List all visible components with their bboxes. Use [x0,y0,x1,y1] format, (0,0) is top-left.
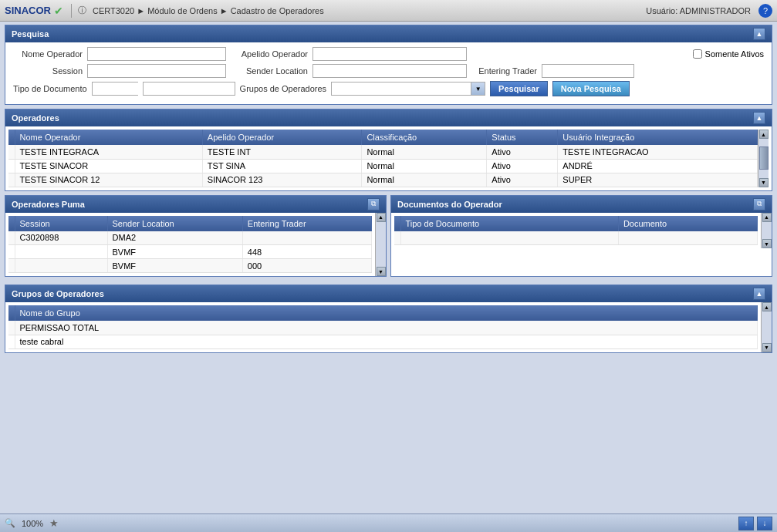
puma-col-entering: Entering Trader [242,216,371,231]
col-status: Status [487,130,558,145]
grupo-nome-1: teste cabral [15,335,758,348]
operators-table-header-row: Nome Operador Apelido Operador Classific… [8,130,758,145]
pesquisar-button[interactable]: Pesquisar [490,81,548,96]
operadores-puma-body: Session Sender Location Entering Trader … [5,213,386,277]
search-row-1: Nome Operador Apelido Operador Somente A… [13,47,764,61]
puma-sender-2: BVMF [107,259,242,273]
grupos-panel: Grupos de Operadores ▲ Nome do Grupo PER… [5,285,772,353]
op-apelido-1: TST SINA [202,159,362,173]
grupo-indicator-1 [8,335,15,348]
operators-row-0[interactable]: TESTE INTEGRACA TESTE INT Normal Ativo T… [8,145,758,159]
puma-row-indicator [8,216,15,231]
puma-row-1[interactable]: BVMF 448 [8,245,372,259]
op-classif-0: Normal [362,145,487,159]
documentos-collapse[interactable]: ⧉ [753,198,765,210]
somente-ativos-wrapper: Somente Ativos [693,49,764,59]
scroll-up-arrow[interactable]: ▲ [759,130,769,139]
status-bar-right: ↑ ↓ [738,517,772,530]
operators-table-inner: Nome Operador Apelido Operador Classific… [8,130,758,187]
puma-table: Session Sender Location Entering Trader … [8,216,372,274]
status-icon-1[interactable]: ↑ [738,517,754,530]
op-status-0: Ativo [487,145,558,159]
grupos-scroll-down[interactable]: ▼ [762,343,772,352]
row-indicator-header [8,130,15,145]
op-classif-2: Normal [362,173,487,187]
operators-row-2[interactable]: TESTE SINACOR 12 SINACOR 123 Normal Ativ… [8,173,758,187]
logo-text: SINACOR [5,5,51,16]
puma-scroll-up[interactable]: ▲ [377,213,386,222]
apelido-operador-input[interactable] [312,47,467,61]
puma-scrollbar[interactable]: ▲ ▼ [375,213,386,277]
puma-row-0[interactable]: C3020898 DMA2 [8,231,372,245]
operators-panel-collapse[interactable]: ▲ [753,112,765,124]
nome-operador-input[interactable] [87,47,226,61]
bottom-panels: Operadores Puma ⧉ Session Sender Locatio… [5,195,772,281]
op-status-2: Ativo [487,173,558,187]
puma-session-2 [15,259,107,273]
sender-location-input[interactable] [312,64,467,78]
docs-scrollbar[interactable]: ▲ ▼ [761,213,772,249]
puma-sender-0: DMA2 [107,231,242,245]
user-label: Usuário: ADMINISTRADOR [646,6,751,15]
search-panel-collapse[interactable]: ▲ [753,28,765,40]
info-icon[interactable]: ⓘ [78,5,86,16]
operadores-puma-panel: Operadores Puma ⧉ Session Sender Locatio… [5,195,387,278]
col-classificacao: Classificação [362,130,487,145]
search-panel-body: Nome Operador Apelido Operador Somente A… [5,42,772,104]
docs-col-documento: Documento [618,216,757,231]
scroll-down-arrow[interactable]: ▼ [759,178,769,187]
operators-panel-header: Operadores ▲ [5,109,772,126]
grupos-operadores-select[interactable] [332,82,471,95]
grupos-panel-collapse[interactable]: ▲ [753,288,765,300]
op-apelido-2: SINACOR 123 [202,173,362,187]
docs-col-tipo: Tipo de Documento [400,216,618,231]
divider [71,4,72,18]
status-bar: 🔍 100% ★ ↑ ↓ [0,513,777,532]
star-icon[interactable]: ★ [49,517,59,529]
op-usuario-0: TESTE INTEGRACAO [558,145,758,159]
scroll-thumb[interactable] [759,146,769,170]
grupos-scrollbar[interactable]: ▲ ▼ [761,302,772,352]
puma-scroll-down[interactable]: ▼ [377,267,386,276]
grupos-row-0[interactable]: PERMISSAO TOTAL [8,321,758,335]
entering-trader-input[interactable] [542,64,634,78]
tipo-documento-extra-input[interactable] [143,82,235,96]
grupo-indicator-0 [8,321,15,335]
top-bar: SINACOR ✔ ⓘ CERT3020 ► Módulo de Ordens … [0,0,777,22]
puma-col-sender: Sender Location [107,216,242,231]
operadores-puma-collapse[interactable]: ⧉ [367,198,380,210]
puma-indicator-2 [8,259,15,273]
help-button[interactable]: ? [758,4,772,18]
col-nome-operador: Nome Operador [15,130,202,145]
tipo-documento-label: Tipo de Documento [13,84,87,93]
operators-panel: Operadores ▲ Nome Operador Apelido Opera… [5,109,772,191]
grupos-scroll-up[interactable]: ▲ [762,302,772,311]
puma-row-2[interactable]: BVMF 000 [8,259,372,273]
op-nome-1: TESTE SINACOR [15,159,202,173]
search-panel-header: Pesquisa ▲ [5,25,772,42]
docs-scroll-up[interactable]: ▲ [762,213,772,222]
grupos-operadores-dropdown-btn[interactable]: ▼ [471,82,485,95]
nova-pesquisa-button[interactable]: Nova Pesquisa [552,81,630,96]
operators-table-scroll: Nome Operador Apelido Operador Classific… [8,130,769,187]
puma-session-0: C3020898 [15,231,107,245]
search-row-2: Session Sender Location Entering Trader [13,64,764,78]
operadores-puma-header: Operadores Puma ⧉ [5,196,386,213]
docs-empty-doc [618,231,757,245]
docs-table: Tipo de Documento Documento [394,216,758,246]
operators-scrollbar[interactable]: ▲ ▼ [758,130,769,187]
session-input[interactable] [87,64,226,78]
grupos-row-indicator [8,305,15,321]
grupo-nome-0: PERMISSAO TOTAL [15,321,758,335]
grupos-row-1[interactable]: teste cabral [8,335,758,348]
somente-ativos-checkbox[interactable] [693,49,702,59]
operators-row-1[interactable]: TESTE SINACOR TST SINA Normal Ativo ANDR… [8,159,758,173]
operadores-puma-title: Operadores Puma [12,200,85,209]
puma-indicator-0 [8,231,15,245]
logo-area: SINACOR ✔ [5,5,63,17]
docs-scroll-down[interactable]: ▼ [762,239,772,248]
documentos-body: Tipo de Documento Documento [391,213,772,249]
puma-session-1 [15,245,107,259]
status-icon-2[interactable]: ↓ [757,517,772,530]
zoom-icon: 🔍 [5,518,15,528]
